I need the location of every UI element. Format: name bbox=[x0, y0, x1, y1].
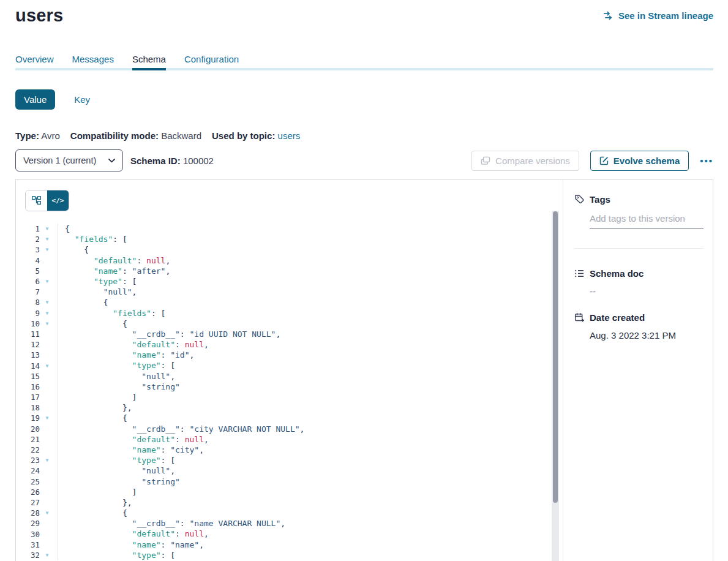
gutter-row: 30 bbox=[25, 529, 58, 539]
fold-arrow-icon[interactable]: ▼ bbox=[40, 457, 54, 463]
gutter-row: 26 bbox=[25, 487, 58, 497]
more-options-button[interactable]: ••• bbox=[700, 156, 713, 166]
gutter-row: 5 bbox=[25, 266, 58, 276]
line-number: 17 bbox=[25, 393, 40, 402]
fold-arrow-icon[interactable]: ▼ bbox=[40, 415, 54, 421]
tree-view-button[interactable] bbox=[26, 190, 47, 211]
schema-panel: </> 1▼2▼3▼456▼78▼9▼10▼11121314▼151617181… bbox=[15, 179, 713, 561]
code-view-button[interactable]: </> bbox=[47, 190, 69, 211]
schema-meta-row: Type: Avro Compatibility mode: Backward … bbox=[15, 130, 713, 141]
gutter-row: 2▼ bbox=[25, 234, 58, 244]
code-line: { bbox=[65, 297, 304, 307]
line-number: 18 bbox=[25, 403, 40, 412]
topic-link[interactable]: users bbox=[278, 130, 301, 141]
line-number: 32 bbox=[25, 551, 40, 560]
scrollbar-thumb[interactable] bbox=[553, 211, 558, 503]
gutter-row: 17 bbox=[25, 392, 58, 402]
gutter-row: 1▼ bbox=[25, 224, 58, 234]
used-by-topic-label: Used by topic: bbox=[212, 130, 275, 141]
line-number: 22 bbox=[25, 445, 40, 454]
schema-doc-heading: Schema doc bbox=[574, 268, 704, 279]
date-created-value: Aug. 3 2022 3:21 PM bbox=[590, 330, 704, 341]
code-line: "null", bbox=[65, 371, 304, 382]
gutter-row: 4 bbox=[25, 255, 58, 266]
fold-arrow-icon[interactable]: ▼ bbox=[40, 510, 54, 516]
code-line: "type": [ bbox=[65, 550, 304, 560]
code-line: { bbox=[65, 244, 304, 255]
schema-id-label: Schema ID: bbox=[130, 156, 181, 166]
gutter-row: 12 bbox=[25, 339, 58, 350]
fold-arrow-icon[interactable]: ▼ bbox=[40, 299, 54, 305]
line-number: 10 bbox=[25, 319, 40, 328]
version-select[interactable]: Version 1 (current) bbox=[15, 149, 123, 171]
gutter-row: 20 bbox=[25, 424, 58, 434]
line-number: 27 bbox=[25, 498, 40, 507]
code-line: "__crdb__": "name VARCHAR NULL", bbox=[65, 518, 304, 529]
value-key-toggle: Value Key bbox=[15, 89, 713, 110]
schema-doc-heading-label: Schema doc bbox=[590, 268, 644, 279]
tab-schema[interactable]: Schema bbox=[132, 54, 166, 70]
tags-input[interactable] bbox=[590, 213, 704, 228]
gutter-row: 8▼ bbox=[25, 297, 58, 307]
evolve-schema-label: Evolve schema bbox=[614, 156, 680, 166]
compare-versions-label: Compare versions bbox=[495, 156, 570, 166]
gutter-row: 22 bbox=[25, 445, 58, 455]
gutter-row: 16 bbox=[25, 382, 58, 392]
compare-versions-button[interactable]: Compare versions bbox=[471, 151, 579, 171]
gutter-row: 32▼ bbox=[25, 550, 58, 560]
date-created-heading: Date created bbox=[574, 312, 704, 323]
evolve-schema-button[interactable]: Evolve schema bbox=[590, 151, 689, 171]
code-line: }, bbox=[65, 497, 304, 508]
tags-heading-label: Tags bbox=[590, 194, 610, 205]
line-number: 8 bbox=[25, 298, 40, 307]
gutter-row: 14▼ bbox=[25, 360, 58, 371]
tab-underline-track bbox=[15, 68, 713, 70]
code-lines: { "fields": [ { "default": null, "name":… bbox=[58, 224, 304, 560]
gutter-row: 6▼ bbox=[25, 276, 58, 287]
fold-arrow-icon[interactable]: ▼ bbox=[40, 226, 54, 232]
fold-arrow-icon[interactable]: ▼ bbox=[40, 311, 54, 316]
code-line: "default": null, bbox=[65, 529, 304, 539]
date-created-heading-label: Date created bbox=[590, 312, 645, 323]
code-line: "name": "city", bbox=[65, 445, 304, 455]
line-number: 13 bbox=[25, 350, 40, 360]
fold-arrow-icon[interactable]: ▼ bbox=[40, 279, 54, 284]
fold-arrow-icon[interactable]: ▼ bbox=[40, 363, 54, 369]
value-toggle-button[interactable]: Value bbox=[15, 89, 55, 110]
gutter-row: 24 bbox=[25, 465, 58, 476]
schema-doc-value: -- bbox=[590, 286, 704, 296]
fold-arrow-icon[interactable]: ▼ bbox=[40, 552, 54, 558]
schema-editor[interactable]: </> 1▼2▼3▼456▼78▼9▼10▼11121314▼151617181… bbox=[16, 180, 563, 561]
line-number: 1 bbox=[25, 224, 40, 233]
code-line: ] bbox=[65, 487, 304, 497]
fold-arrow-icon[interactable]: ▼ bbox=[40, 236, 54, 242]
line-number: 23 bbox=[25, 456, 40, 465]
code-line: "name": "name", bbox=[65, 540, 304, 550]
stream-lineage-label: See in Stream lineage bbox=[618, 10, 713, 21]
gutter-row: 23▼ bbox=[25, 455, 58, 465]
code-view-icon: </> bbox=[52, 197, 64, 205]
line-number: 2 bbox=[25, 235, 40, 244]
schema-sidebar: Tags Schema doc -- bbox=[563, 180, 713, 561]
fold-arrow-icon[interactable]: ▼ bbox=[40, 247, 54, 252]
code-line: { bbox=[65, 413, 304, 423]
gutter: 1▼2▼3▼456▼78▼9▼10▼11121314▼1516171819▼20… bbox=[16, 224, 58, 560]
gutter-row: 28▼ bbox=[25, 508, 58, 518]
page-title: users bbox=[15, 6, 63, 26]
code-line: "string" bbox=[65, 476, 304, 487]
line-number: 20 bbox=[25, 424, 40, 434]
stream-lineage-link[interactable]: See in Stream lineage bbox=[603, 10, 713, 21]
page-header: users See in Stream lineage bbox=[15, 0, 713, 26]
line-number: 5 bbox=[25, 266, 40, 276]
editor-scrollbar[interactable] bbox=[552, 211, 559, 561]
gutter-row: 29 bbox=[25, 518, 58, 529]
compatibility-label: Compatibility mode: bbox=[70, 130, 159, 141]
line-number: 30 bbox=[25, 530, 40, 539]
schema-type: Type: Avro bbox=[15, 130, 60, 141]
line-number: 11 bbox=[25, 329, 40, 339]
gutter-row: 7 bbox=[25, 287, 58, 297]
key-toggle-button[interactable]: Key bbox=[70, 94, 94, 105]
code-line: "fields": [ bbox=[65, 308, 304, 318]
fold-arrow-icon[interactable]: ▼ bbox=[40, 321, 54, 326]
gutter-row: 19▼ bbox=[25, 413, 58, 423]
